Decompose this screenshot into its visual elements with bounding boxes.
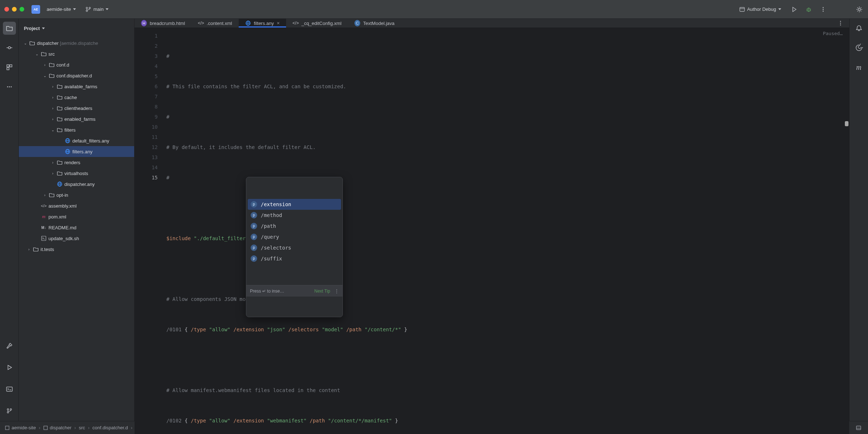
editor-tab[interactable]: CTextModel.java — [348, 19, 401, 27]
tree-row[interactable]: ›opt-in — [19, 190, 134, 200]
status-widget[interactable] — [854, 424, 863, 432]
breadcrumb-segment[interactable]: aemide-site — [5, 425, 36, 430]
completion-options[interactable]: ⋮ — [335, 286, 339, 296]
tree-row[interactable]: ›cache — [19, 92, 134, 103]
tree-row[interactable]: ›enabled_farms — [19, 114, 134, 124]
settings-button[interactable] — [855, 5, 864, 14]
project-panel: Project ⌄ dispatcher [aemide.dispatche ⌄… — [19, 19, 135, 421]
globe-icon — [56, 181, 63, 187]
project-selector[interactable]: aemide-site — [44, 5, 79, 13]
tree-row[interactable]: ›conf.d — [19, 59, 134, 70]
tree-row[interactable]: ›available_farms — [19, 81, 134, 92]
close-tab[interactable]: × — [277, 20, 280, 26]
breadcrumb-segment[interactable]: src — [79, 425, 85, 430]
tab-options[interactable] — [836, 19, 845, 27]
tree-root[interactable]: ⌄ dispatcher [aemide.dispatche — [19, 38, 134, 48]
tree-row[interactable]: ›clientheaders — [19, 103, 134, 114]
breadcrumb-separator: › — [88, 425, 89, 430]
run-button[interactable] — [790, 5, 799, 14]
minimize-window[interactable] — [12, 7, 17, 12]
svg-line-10 — [810, 10, 811, 11]
vcs-branch[interactable]: main — [82, 5, 111, 14]
folder-icon — [56, 84, 63, 89]
tree-row[interactable]: default_filters.any — [19, 135, 134, 146]
tree-chevron[interactable]: › — [51, 106, 55, 110]
editor-body[interactable]: Paused… 123456789101112131415 # # This f… — [135, 28, 849, 434]
svg-rect-3 — [740, 7, 744, 11]
tree-row[interactable]: update_sdk.sh — [19, 233, 134, 244]
tree-row[interactable]: ›it.tests — [19, 244, 134, 255]
notifications-button[interactable] — [852, 22, 865, 35]
tree-row[interactable]: dispatcher.any — [19, 179, 134, 190]
tree-chevron[interactable]: › — [51, 161, 55, 165]
completion-item[interactable]: p/path — [248, 221, 341, 231]
tree-label: update_sdk.sh — [48, 236, 79, 241]
structure-tool-button[interactable] — [3, 61, 16, 74]
run-config-selector[interactable]: Author Debug — [736, 5, 784, 14]
zoom-window[interactable] — [20, 7, 24, 12]
vcs-tool-button[interactable] — [3, 404, 16, 417]
completion-item[interactable]: p/suffix — [248, 253, 341, 264]
aem-tool-button[interactable] — [852, 41, 865, 54]
svg-point-1 — [86, 10, 88, 12]
breadcrumb-segment[interactable]: dispatcher — [43, 425, 72, 430]
md-icon: M↓ — [41, 226, 47, 230]
tree-chevron[interactable]: › — [51, 85, 55, 89]
tree-chevron[interactable]: › — [51, 171, 55, 175]
code-content[interactable]: # # This file contains the filter ACL, a… — [163, 28, 849, 434]
tree-chevron[interactable]: › — [43, 63, 47, 67]
commit-tool-button[interactable] — [3, 41, 16, 54]
project-tool-button[interactable] — [3, 22, 16, 35]
tree-row[interactable]: ⌄filters — [19, 124, 134, 135]
main-area: Project ⌄ dispatcher [aemide.dispatche ⌄… — [0, 19, 868, 421]
maven-tool-button[interactable]: m — [852, 61, 865, 74]
tree-row[interactable]: ›renders — [19, 157, 134, 168]
editor-tab[interactable]: filters.any× — [239, 19, 286, 27]
close-window[interactable] — [4, 7, 9, 12]
chevron-down-icon — [42, 27, 45, 29]
chevron-down-icon[interactable]: ⌄ — [23, 41, 27, 45]
debug-button[interactable] — [804, 5, 813, 14]
completion-item[interactable]: p/query — [248, 231, 341, 242]
breadcrumb-segment[interactable]: conf.dispatcher.d — [93, 425, 128, 430]
folder-icon — [41, 51, 47, 57]
tree-chevron[interactable]: ⌄ — [51, 128, 55, 132]
editor-tab[interactable]: </>_cq_editConfig.xml — [286, 19, 348, 27]
tree-chevron[interactable]: › — [51, 117, 55, 121]
svg-point-13 — [823, 10, 824, 12]
folder-icon — [56, 116, 63, 122]
completion-list[interactable]: p/extensionp/methodp/pathp/queryp/select… — [246, 197, 342, 265]
completion-item[interactable]: p/extension — [248, 199, 341, 210]
more-tools-button[interactable] — [3, 80, 16, 93]
completion-label: /selectors — [261, 243, 291, 253]
folder-icon — [48, 73, 55, 78]
tree-chevron[interactable]: › — [51, 95, 55, 99]
run-tool-button[interactable] — [3, 361, 16, 374]
tree-row[interactable]: M↓README.md — [19, 222, 134, 233]
svg-line-8 — [810, 9, 811, 9]
terminal-tool-button[interactable] — [3, 383, 16, 396]
tree-row[interactable]: </>assembly.xml — [19, 200, 134, 211]
titlebar: AE aemide-site main Author Debug — [0, 0, 868, 19]
tree-row[interactable]: ⌄conf.dispatcher.d — [19, 70, 134, 81]
build-tool-button[interactable] — [3, 339, 16, 352]
completion-item[interactable]: p/method — [248, 210, 341, 221]
tree-chevron[interactable]: ⌄ — [43, 74, 47, 78]
project-panel-header[interactable]: Project — [19, 19, 134, 38]
module-icon — [29, 40, 35, 46]
scrollbar-thumb[interactable] — [845, 121, 848, 126]
more-actions[interactable] — [819, 5, 827, 14]
project-tree[interactable]: ⌄ dispatcher [aemide.dispatche ⌄src›conf… — [19, 38, 134, 421]
editor-tab[interactable]: Hbreadcrumb.html — [135, 19, 192, 27]
editor-tab[interactable]: </>.content.xml — [192, 19, 239, 27]
tree-row[interactable]: mpom.xml — [19, 211, 134, 222]
tree-row[interactable]: filters.any — [19, 146, 134, 157]
tree-chevron[interactable]: ⌄ — [35, 52, 39, 56]
tree-row[interactable]: ›virtualhosts — [19, 168, 134, 179]
tree-label: cache — [64, 95, 77, 100]
completion-item[interactable]: p/selectors — [248, 242, 341, 253]
tree-chevron[interactable]: › — [27, 247, 31, 251]
tree-row[interactable]: ⌄src — [19, 48, 134, 59]
next-tip-link[interactable]: Next Tip — [314, 286, 330, 296]
tree-chevron[interactable]: › — [43, 193, 47, 197]
